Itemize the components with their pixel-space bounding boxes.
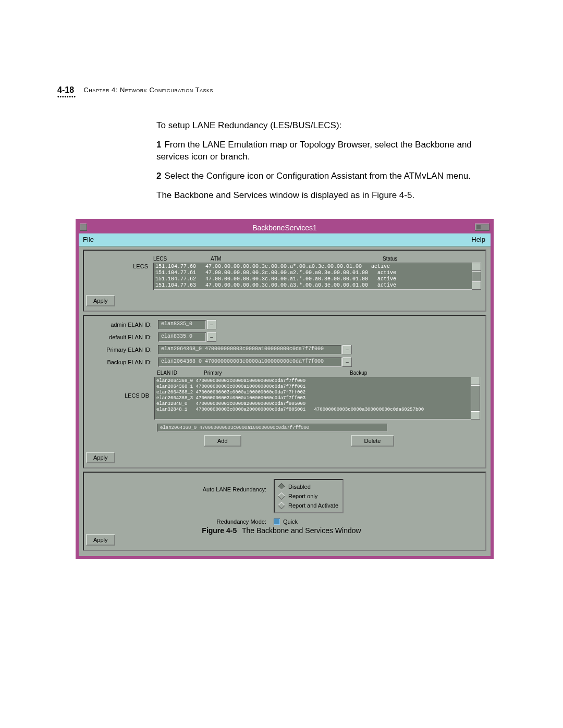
header-dots: •••••••• <box>57 94 76 100</box>
scroll-down-icon[interactable] <box>472 281 481 290</box>
body-text: To setup LANE Redundancy (LES/BUS/LECS):… <box>156 120 487 209</box>
step2-num: 2 <box>156 171 161 181</box>
radio-diamond-icon <box>278 502 285 509</box>
lecs-headers: LECS ATM Status <box>153 256 481 262</box>
primary-elan-dropdown[interactable]: elan2064368_0 470000000003c0000a10000000… <box>158 345 352 354</box>
lecs-listbox[interactable]: 151.104.77.60 47.00.00.00.00.00.3c.00.00… <box>153 263 481 290</box>
note-text: The Backbone and Services window is disp… <box>156 190 487 202</box>
titlebar: BackboneServices1 <box>79 222 491 233</box>
hdr-status: Status <box>383 256 397 262</box>
default-elan-dropdown[interactable]: elan8335_0 – <box>158 332 216 342</box>
scroll-track[interactable] <box>472 271 481 281</box>
hdr-lecs: LECS <box>153 256 211 262</box>
lecs-db-rows: elan2064368_0 470000000003c0000a10000000… <box>154 377 471 419</box>
primary-elan-value: elan2064368_0 470000000003c0000a10000000… <box>158 345 341 354</box>
step-1: 1From the LANE Emulation map or Topology… <box>156 139 487 163</box>
backup-elan-value: elan2064368_0 470000000003c0000a10000000… <box>158 357 341 367</box>
radio-report-label: Report only <box>288 493 317 499</box>
lecs-db-listbox[interactable]: elan2064368_0 470000000003c0000a10000000… <box>154 377 480 419</box>
scroll-down-icon[interactable] <box>471 411 480 419</box>
backup-elan-label: Backup ELAN ID: <box>89 359 158 365</box>
radio-activate-label: Report and Activate <box>288 502 338 509</box>
figure-number: Figure 4-5 <box>202 526 237 535</box>
apply-button-3[interactable]: Apply <box>86 534 115 546</box>
selected-elan-field[interactable]: elan2064368_0 470000000003c0000a10000000… <box>157 424 387 432</box>
menubar: File Help <box>79 233 491 246</box>
menu-file[interactable]: File <box>83 236 94 243</box>
window-controls-icon[interactable] <box>475 224 489 231</box>
lecs-db-label: LECS DB <box>89 377 154 399</box>
dropdown-arrow-icon[interactable]: – <box>342 357 352 367</box>
apply-button-1[interactable]: Apply <box>86 295 115 306</box>
hdr-atm: ATM <box>211 256 383 262</box>
step-2: 2Select the Configure icon or Configurat… <box>156 170 487 182</box>
admin-elan-dropdown[interactable]: elan8335_0 – <box>158 320 216 329</box>
chapter-title: Chapter 4: Network Configuration Tasks <box>83 86 213 94</box>
backup-elan-dropdown[interactable]: elan2064368_0 470000000003c0000a10000000… <box>158 357 352 367</box>
menu-help[interactable]: Help <box>471 233 485 246</box>
scroll-up-icon[interactable] <box>471 377 480 385</box>
redundancy-mode-label: Redundancy Mode: <box>89 519 274 525</box>
add-button[interactable]: Add <box>204 435 241 447</box>
lecs-label: LECS <box>88 256 153 269</box>
radio-report-activate[interactable]: Report and Activate <box>279 501 338 510</box>
step1-num: 1 <box>156 140 161 150</box>
lecs-db-headers: ELAN ID Primary Backup <box>157 370 480 376</box>
intro-text: To setup LANE Redundancy (LES/BUS/LECS): <box>156 120 487 132</box>
admin-elan-value: elan8335_0 <box>158 320 206 329</box>
auto-redundancy-group: Disabled Report only Report and Activate <box>274 479 344 513</box>
scroll-up-icon[interactable] <box>472 263 481 271</box>
scroll-track[interactable] <box>471 385 480 411</box>
dropdown-arrow-icon[interactable]: – <box>207 320 216 329</box>
lecs-rows: 151.104.77.60 47.00.00.00.00.00.3c.00.00… <box>153 263 472 290</box>
mode-checkbox[interactable] <box>274 519 280 525</box>
figure-text: The Backbone and Services Window <box>242 526 361 535</box>
hdr-primary: Primary <box>204 370 350 376</box>
default-elan-label: default ELAN ID: <box>89 334 158 340</box>
radio-diamond-icon <box>278 492 285 500</box>
hdr-elan-id: ELAN ID <box>157 370 204 376</box>
dropdown-arrow-icon[interactable]: – <box>207 332 216 342</box>
hdr-backup: Backup <box>350 370 367 376</box>
primary-elan-label: Primary ELAN ID: <box>89 347 158 353</box>
radio-disabled[interactable]: Disabled <box>279 482 338 491</box>
admin-elan-label: admin ELAN ID: <box>89 322 158 328</box>
backbone-services-window: BackboneServices1 File Help LECS LECS AT… <box>76 219 494 559</box>
delete-button[interactable]: Delete <box>351 435 395 447</box>
apply-button-2[interactable]: Apply <box>86 452 115 463</box>
step2-text: Select the Configure icon or Configurati… <box>164 171 470 181</box>
auto-redundancy-label: Auto LANE Redundancy: <box>89 479 274 492</box>
window-title: BackboneServices1 <box>252 224 317 232</box>
radio-disabled-label: Disabled <box>288 484 311 490</box>
scrollbar[interactable] <box>472 263 481 290</box>
figure-caption: Figure 4-5 The Backbone and Services Win… <box>0 526 563 535</box>
step1-text: From the LANE Emulation map or Topology … <box>156 140 472 162</box>
default-elan-value: elan8335_0 <box>158 332 206 342</box>
mode-value: Quick <box>283 519 298 525</box>
scrollbar[interactable] <box>471 377 480 419</box>
window-menu-icon[interactable] <box>80 224 87 231</box>
dropdown-arrow-icon[interactable]: – <box>342 345 352 354</box>
radio-diamond-icon <box>278 483 285 490</box>
radio-report-only[interactable]: Report only <box>279 491 338 501</box>
